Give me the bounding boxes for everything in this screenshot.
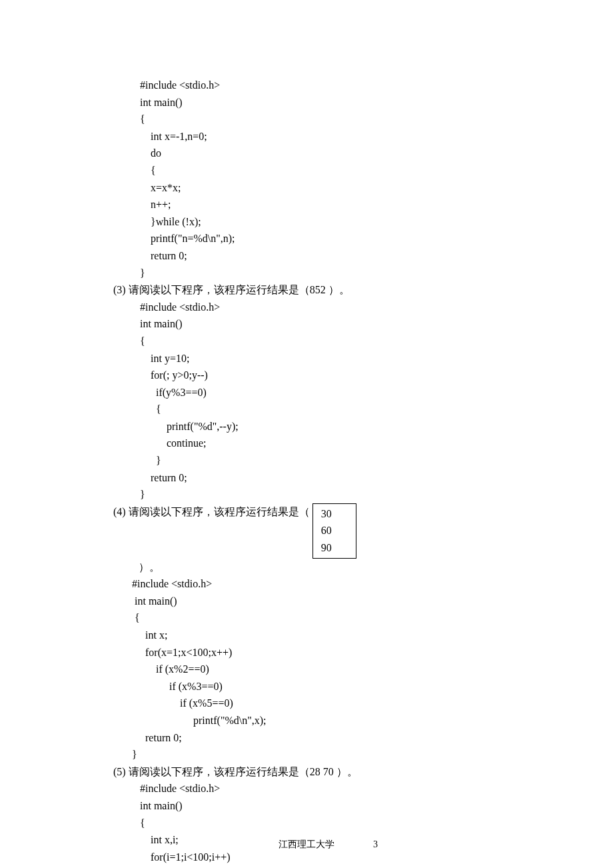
q3-tail: ）。: [326, 284, 350, 295]
code-block-5: #include <stdio.h> int main() { int x,i;…: [140, 780, 553, 865]
q4-answer-box: 30 60 90: [312, 503, 356, 559]
q5-answer: 28 70: [310, 766, 334, 777]
q4-tail2: ）。: [139, 561, 160, 573]
q3-num: (3): [113, 284, 126, 295]
question-4: (4) 请阅读以下程序，该程序运行结果是（ 30 60 90 ）。: [113, 503, 553, 575]
q3-text: 请阅读以下程序，该程序运行结果是（: [126, 284, 310, 295]
footer-page-number: 3: [373, 837, 378, 852]
q4-text: 请阅读以下程序，该程序运行结果是（: [126, 506, 310, 517]
q4-num: (4): [113, 506, 126, 517]
question-5: (5) 请阅读以下程序，该程序运行结果是（28 70 ）。: [113, 763, 553, 781]
question-3: (3) 请阅读以下程序，该程序运行结果是（852 ）。: [113, 281, 553, 299]
q5-tail: ）。: [334, 766, 358, 777]
code-block-3: #include <stdio.h> int main() { int y=10…: [140, 299, 553, 503]
q5-num: (5): [113, 766, 126, 777]
q5-text: 请阅读以下程序，该程序运行结果是（: [126, 766, 310, 777]
code-block-4: #include <stdio.h> int main() { int x; f…: [132, 575, 553, 763]
footer-org: 江西理工大学: [279, 839, 334, 849]
page-footer: 江西理工大学 3: [0, 837, 613, 852]
q3-answer: 852: [310, 284, 326, 295]
code-block-1: #include <stdio.h> int main() { int x=-1…: [140, 77, 553, 281]
